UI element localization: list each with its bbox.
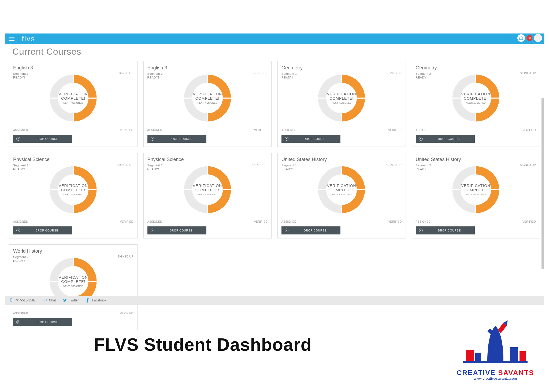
course-card[interactable]: English 3 Segment 2 READY! SIGNED UP VER… <box>143 61 272 147</box>
close-icon: ✕ <box>285 137 288 141</box>
donut-text-1: VERIFICATION <box>59 275 88 279</box>
course-segment: Segment 2 <box>147 163 163 167</box>
assigned-label: ASSIGNED <box>416 220 431 223</box>
footer-bar: 407-513-3587 Chat Twitter Facebook <box>5 296 544 305</box>
donut-text-2: COMPLETE! <box>61 279 85 284</box>
drop-course-button[interactable]: ✕ DROP COURSE <box>416 226 475 234</box>
donut-text-1: VERIFICATION <box>193 92 222 96</box>
course-grid: English 3 Segment 1 READY! SIGNED UP VER… <box>5 61 544 335</box>
course-card[interactable]: Geometry Segment 1 READY! SIGNED UP VERI… <box>277 61 406 147</box>
phone-icon <box>9 298 13 303</box>
verified-label: VERIFIED <box>254 220 268 223</box>
course-card[interactable]: English 3 Segment 1 READY! SIGNED UP VER… <box>9 61 138 147</box>
drop-course-label: DROP COURSE <box>293 229 337 232</box>
course-segment: Segment 1 <box>13 72 29 76</box>
svg-point-49 <box>44 300 45 300</box>
signed-up-label: SIGNED UP <box>386 163 402 171</box>
course-ready-label: READY! <box>147 76 163 79</box>
donut-text-3: NEXT: ASSIGNED <box>198 102 217 104</box>
drop-course-button[interactable]: ✕ DROP COURSE <box>13 135 72 143</box>
avatar[interactable] <box>534 34 542 42</box>
course-segment: Segment 1 <box>13 163 29 167</box>
verified-label: VERIFIED <box>120 129 133 132</box>
hamburger-icon <box>9 37 14 41</box>
course-ready-label: READY! <box>13 76 29 79</box>
drop-course-label: DROP COURSE <box>293 137 337 140</box>
signed-up-label: SIGNED UP <box>251 163 268 171</box>
watermark-title-b: SAVANTS <box>496 369 534 377</box>
course-segment: Segment 2 <box>147 72 163 76</box>
donut-text-3: NEXT: ASSIGNED <box>63 193 83 196</box>
course-card[interactable]: United States History Segment 2 READY! S… <box>412 153 540 238</box>
verified-label: VERIFIED <box>388 129 402 132</box>
close-icon: ✕ <box>151 229 154 232</box>
verified-label: VERIFIED <box>120 220 133 223</box>
drop-course-button[interactable]: ✕ DROP COURSE <box>147 226 206 234</box>
signed-up-label: SIGNED UP <box>520 72 536 80</box>
drop-course-label: DROP COURSE <box>428 229 472 232</box>
course-segment: Segment 1 <box>281 163 297 167</box>
svg-rect-52 <box>466 350 474 361</box>
drop-course-button[interactable]: ✕ DROP COURSE <box>416 135 475 143</box>
drop-course-label: DROP COURSE <box>159 229 203 232</box>
watermark-title-a: CREATIVE <box>457 369 496 377</box>
drop-course-button[interactable]: ✕ DROP COURSE <box>281 135 340 143</box>
progress-donut: VERIFICATION COMPLETE! NEXT: ASSIGNED <box>182 164 233 215</box>
donut-text-1: VERIFICATION <box>461 184 490 188</box>
notifications-count: 50 <box>528 37 531 40</box>
assigned-label: ASSIGNED <box>416 129 431 132</box>
progress-donut: VERIFICATION COMPLETE! NEXT: ASSIGNED <box>48 164 99 215</box>
verified-label: VERIFIED <box>388 220 402 223</box>
course-ready-label: READY! <box>416 167 431 171</box>
signed-up-label: SIGNED UP <box>386 72 402 80</box>
notifications-badge[interactable]: 50 <box>526 35 532 41</box>
donut-text-3: NEXT: ASSIGNED <box>63 102 83 104</box>
course-card[interactable]: United States History Segment 1 READY! S… <box>277 153 406 238</box>
course-title: United States History <box>416 157 536 162</box>
course-segment: Segment 2 <box>416 72 431 76</box>
signed-up-label: SIGNED UP <box>117 72 133 80</box>
donut-text-1: VERIFICATION <box>327 184 356 188</box>
course-card[interactable]: Geometry Segment 2 READY! SIGNED UP VERI… <box>412 61 540 147</box>
course-ready-label: READY! <box>147 167 163 171</box>
course-ready-label: READY! <box>281 167 297 171</box>
watermark-url: www.creativesavantz.com <box>474 376 517 380</box>
progress-donut: VERIFICATION COMPLETE! NEXT: ASSIGNED <box>450 73 501 124</box>
facebook-icon <box>86 298 90 303</box>
footer-facebook[interactable]: Facebook <box>86 298 106 303</box>
drop-course-label: DROP COURSE <box>25 229 69 232</box>
donut-text-1: VERIFICATION <box>59 184 88 188</box>
donut-text-2: COMPLETE! <box>61 96 85 100</box>
drop-course-button[interactable]: ✕ DROP COURSE <box>147 135 206 143</box>
twitter-icon <box>63 298 67 303</box>
donut-text-2: COMPLETE! <box>61 188 85 192</box>
scrollbar-thumb[interactable] <box>541 98 544 269</box>
footer-phone[interactable]: 407-513-3587 <box>9 298 36 303</box>
drop-course-button[interactable]: ✕ DROP COURSE <box>13 226 72 234</box>
course-title: English 3 <box>13 65 133 71</box>
course-card[interactable]: Physical Science Segment 2 READY! SIGNED… <box>143 153 272 238</box>
hamburger-menu-button[interactable] <box>8 35 16 43</box>
footer-phone-text: 407-513-3587 <box>16 298 36 302</box>
verified-label: VERIFIED <box>522 220 536 223</box>
topbar: flvs 50 <box>5 33 544 44</box>
watermark-graphic <box>461 320 530 369</box>
footer-chat[interactable]: Chat <box>43 298 56 303</box>
donut-text-3: NEXT: ASSIGNED <box>466 193 486 196</box>
home-button[interactable] <box>517 34 525 42</box>
donut-text-3: NEXT: ASSIGNED <box>198 193 217 196</box>
footer-twitter-text: Twitter <box>69 298 79 302</box>
progress-donut: VERIFICATION COMPLETE! NEXT: ASSIGNED <box>316 73 367 124</box>
drop-course-button[interactable]: ✕ DROP COURSE <box>281 226 340 234</box>
donut-text-3: NEXT: ASSIGNED <box>466 102 486 104</box>
donut-text-2: COMPLETE! <box>329 188 354 192</box>
progress-donut: VERIFICATION COMPLETE! NEXT: ASSIGNED <box>48 73 99 124</box>
brand-logo: flvs <box>22 35 35 43</box>
donut-text-2: COMPLETE! <box>329 96 354 100</box>
footer-twitter[interactable]: Twitter <box>63 298 79 303</box>
course-ready-label: READY! <box>13 167 29 171</box>
course-ready-label: READY! <box>416 76 431 79</box>
donut-text-1: VERIFICATION <box>59 92 88 96</box>
course-card[interactable]: Physical Science Segment 1 READY! SIGNED… <box>9 153 138 238</box>
close-icon: ✕ <box>151 137 154 141</box>
